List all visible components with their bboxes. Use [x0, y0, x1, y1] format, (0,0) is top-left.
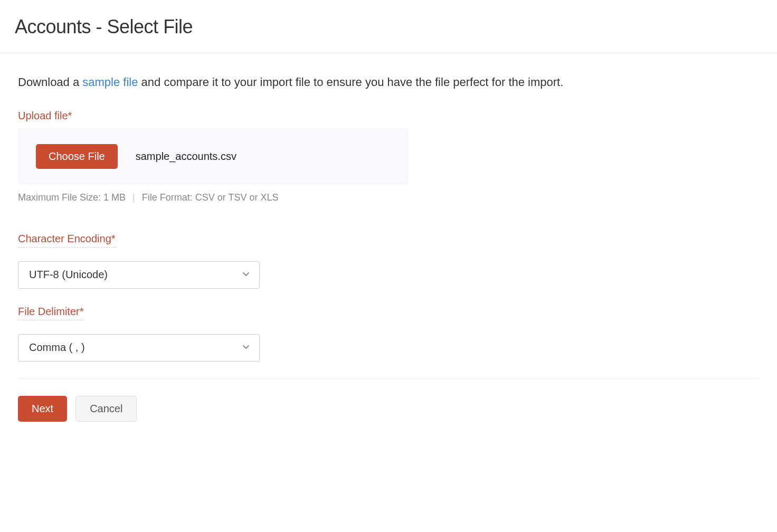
file-delimiter-select[interactable]: Comma ( , )	[18, 334, 260, 362]
file-format-text: File Format: CSV or TSV or XLS	[142, 192, 279, 203]
description-text: Download a sample file and compare it to…	[18, 74, 759, 91]
file-info-text: Maximum File Size: 1 MB | File Format: C…	[18, 192, 759, 203]
action-buttons: Next Cancel	[18, 396, 759, 422]
encoding-select-wrapper: UTF-8 (Unicode)	[18, 261, 260, 289]
upload-box: Choose File sample_accounts.csv	[18, 128, 409, 185]
delimiter-value: Comma ( , )	[29, 341, 85, 354]
section-divider	[18, 378, 759, 379]
upload-file-label: Upload file*	[18, 110, 72, 122]
description-prefix: Download a	[18, 75, 82, 89]
encoding-value: UTF-8 (Unicode)	[29, 269, 108, 281]
character-encoding-label: Character Encoding*	[18, 233, 116, 248]
sample-file-link[interactable]: sample file	[82, 75, 138, 89]
delimiter-section: File Delimiter* Comma ( , )	[18, 306, 759, 362]
description-suffix: and compare it to your import file to en…	[138, 75, 563, 89]
page-title: Accounts - Select File	[15, 16, 762, 38]
next-button[interactable]: Next	[18, 396, 67, 422]
cancel-button[interactable]: Cancel	[75, 396, 137, 422]
page-header: Accounts - Select File	[0, 0, 777, 53]
file-delimiter-label: File Delimiter*	[18, 306, 83, 320]
choose-file-button[interactable]: Choose File	[36, 144, 118, 169]
selected-file-name: sample_accounts.csv	[136, 150, 236, 163]
upload-section: Upload file* Choose File sample_accounts…	[18, 110, 759, 203]
character-encoding-select[interactable]: UTF-8 (Unicode)	[18, 261, 260, 289]
file-info-separator: |	[132, 192, 135, 203]
max-file-size-text: Maximum File Size: 1 MB	[18, 192, 126, 203]
page-content: Download a sample file and compare it to…	[0, 53, 777, 443]
encoding-section: Character Encoding* UTF-8 (Unicode)	[18, 233, 759, 289]
delimiter-select-wrapper: Comma ( , )	[18, 334, 260, 362]
